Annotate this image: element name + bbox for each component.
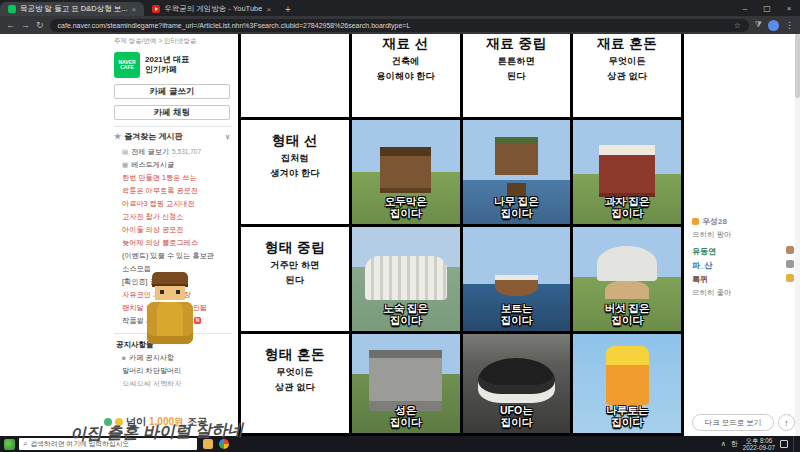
minecraft-ufo-image: UFO는집이다 [463,334,571,433]
window-minimize-button[interactable]: – [734,0,756,16]
cafe-favicon [8,5,16,13]
board-icon: ■ [122,354,126,361]
dark-mode-button[interactable]: 다크 모드로 보기 [692,414,774,431]
refresh-icon[interactable]: ↻ [36,20,44,30]
forward-icon[interactable]: → [21,20,30,30]
chart-col-header-2: 재료 중립 튼튼하면 된다 [463,34,571,117]
new-tab-button[interactable]: + [285,2,291,16]
start-button-icon[interactable] [4,439,15,450]
show-desktop-sliver[interactable] [793,436,796,452]
sidebar-item-event[interactable]: (이벤트) 있을 수 있는 홍보관 [112,249,238,262]
window-maximize-button[interactable]: ▢ [756,0,778,16]
sidebar-item-header-rules[interactable]: 말머리 차단말머리 [112,364,238,377]
sidebar-item-all-posts[interactable]: ▤ 전체 글보기 5,531,707 [112,145,238,158]
minecraft-boat-image: 보트는집이다 [463,227,571,331]
chat-avatar [786,246,794,254]
tray-expand-icon[interactable]: ∧ [721,440,726,448]
browser-menu-icon[interactable]: ⋮ [785,20,794,30]
chart-col-header-1: 재료 선 건축에 용이해야 한다 [352,34,460,117]
addressbar-right: ⧩ ⋮ [755,20,794,31]
minecraft-modern-house-image: 노숙 집은집이다 [352,227,460,331]
sidebar-item-misc[interactable]: 으쌰으쌰 저쩍하자 [112,377,238,390]
naver-cafe-logo: NAVER CAFE [114,52,140,78]
screen: 목공방 알 들고 묘 D&D상형 보... × 우왁굳의 게임방송 - YouT… [0,0,800,452]
system-tray: ∧ 한 오후 8:06 2022-09-07 [721,436,800,452]
url-text: cafe.naver.com/steamindiegame?iframe_url… [58,22,411,29]
minecraft-treehouse-image: 나무 집은집이다 [463,120,571,224]
badge-label: 2021년 대표 인기카페 [145,55,189,75]
tab-close-icon[interactable]: × [132,5,137,14]
live-chat-panel: 우성28 으히히 팡아 유동연 파_산 톡퀴 으히히 좋아 다크 모드로 보기 … [684,34,800,436]
scrollbar[interactable] [795,34,800,436]
breadcrumb: 주제 방송/연예 > 인터넷방송 [112,34,238,46]
scroll-top-button[interactable]: ↑ [778,414,795,431]
browser-addressbar: ← → ↻ cafe.naver.com/steamindiegame?ifra… [0,16,800,34]
alignment-chart-image[interactable]: 재료 선 건축에 용이해야 한다 재료 중립 튼튼하면 된다 재료 혼돈 무엇이… [238,34,684,436]
cafe-page: 주제 방송/연예 > 인터넷방송 NAVER CAFE 2021년 대표 인기카… [0,34,800,436]
notification-center-icon[interactable] [780,440,788,448]
chart-corner-cell [241,34,349,117]
chart-row-header-2: 형태 중립 거주만 하면 된다 [241,227,349,331]
ime-language-indicator[interactable]: 한 [731,439,738,449]
browser-tab-1[interactable]: 목공방 알 들고 묘 D&D상형 보... × [0,2,144,16]
back-icon[interactable]: ← [6,20,15,30]
sprite-face [155,286,185,300]
chat-message: 우성28 으히히 팡아 [692,210,792,240]
chat-avatar [786,260,794,268]
browser-tab-2[interactable]: 우왁굳의 게임방송 - YouTube × [144,2,279,16]
cafe-write-button[interactable]: 카페 글쓰기 [114,84,230,99]
chart-col-header-3: 재료 혼돈 무엇이든 상관 없다 [573,34,681,117]
cafe-sidebar: 주제 방송/연예 > 인터넷방송 NAVER CAFE 2021년 대표 인기카… [112,34,238,436]
chart-row-header-3: 형태 혼돈 무엇이든 상관 없다 [241,334,349,433]
extensions-icon[interactable]: ⧩ [755,20,762,30]
minecraft-castle-image: 성은집이다 [352,334,460,433]
search-icon: ⌕ [23,439,27,449]
minecraft-naruto-image: 나루토는집이다 [573,334,681,433]
board-icon: ▦ [122,161,128,169]
divider [114,126,232,127]
tab-title: 목공방 알 들고 묘 D&D상형 보... [20,4,128,14]
star-icon: ★ [114,132,121,141]
scrollbar-thumb[interactable] [795,34,800,98]
window-close-button[interactable]: × [778,0,800,16]
chat-avatar [786,274,794,282]
stream-character-overlay [143,272,197,346]
url-input[interactable]: cafe.naver.com/steamindiegame?iframe_url… [50,19,749,32]
sidebar-item-cafe-notice[interactable]: ■ 카페 공지사항 [112,351,238,364]
chat-message: 톡퀴 으히히 좋아 [692,268,792,298]
window-controls: – ▢ × [734,0,800,16]
sidebar-item-notice-1[interactable]: 한번 만들면 1등은 쓰는 [112,171,238,184]
sidebar-item-notice-6[interactable]: 늦어제 의상 블로그레스 [112,236,238,249]
sprite-hair [152,272,188,287]
youtube-favicon [152,5,160,13]
subscriber-badge-icon [692,218,699,225]
chevron-down-icon: ∨ [225,133,230,141]
sidebar-item-notice-2[interactable]: 왁툰은 아무토록 공모전 [112,184,238,197]
tab-close-icon[interactable]: × [266,5,271,14]
sprite-body [147,302,193,344]
minecraft-mushroom-house-image: 버섯 집은집이다 [573,227,681,331]
minecraft-hut-image: 오두막은집이다 [352,120,460,224]
sidebar-item-notice-4[interactable]: 고자전 참가 신청소 [112,210,238,223]
taskbar-clock[interactable]: 오후 8:06 2022-09-07 [743,437,775,451]
sidebar-item-notice-3[interactable]: 아르마3 캠핑 교지대전 [112,197,238,210]
minecraft-gingerbread-house-image: 과자 집은집이다 [573,120,681,224]
sidebar-item-notice-5[interactable]: 아이돌 의상 공모전 [112,223,238,236]
browser-tabstrip: 목공방 알 들고 묘 D&D상형 보... × 우왁굳의 게임방송 - YouT… [0,0,800,16]
profile-avatar[interactable] [768,20,779,31]
favorites-header[interactable]: ★ 즐겨찾는 게시판 ∨ [114,131,238,142]
chart-row-header-1: 형태 선 집처럼 생겨야 한다 [241,120,349,224]
cafe-rank-badge: NAVER CAFE 2021년 대표 인기카페 [114,52,238,78]
bookmark-star-icon[interactable]: ☆ [734,21,741,30]
board-icon: ▤ [122,148,128,156]
cafe-chat-button[interactable]: 카페 채팅 [114,105,230,120]
sidebar-item-best[interactable]: ▦ 베스트게시글 [112,158,238,171]
tab-title: 우왁굳의 게임방송 - YouTube [164,4,262,14]
